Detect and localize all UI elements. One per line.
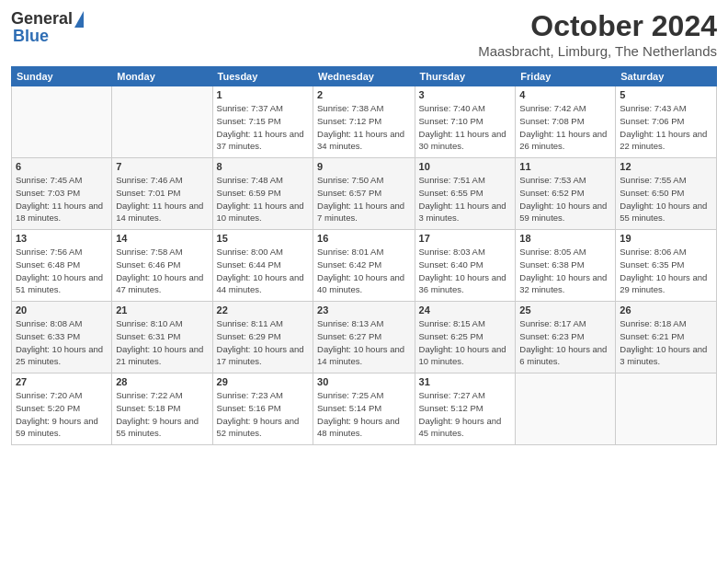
table-row: 28Sunrise: 7:22 AM Sunset: 5:18 PM Dayli… [112,373,212,445]
col-thursday: Thursday [415,67,516,86]
day-number: 12 [620,161,712,172]
day-number: 22 [217,304,309,316]
day-number: 13 [16,233,108,244]
day-detail: Sunrise: 8:17 AM Sunset: 6:23 PM Dayligh… [519,317,611,368]
table-row: 31Sunrise: 7:27 AM Sunset: 5:12 PM Dayli… [415,373,516,445]
table-row: 21Sunrise: 8:10 AM Sunset: 6:31 PM Dayli… [112,302,212,373]
day-detail: Sunrise: 7:45 AM Sunset: 7:03 PM Dayligh… [16,174,108,224]
day-detail: Sunrise: 7:43 AM Sunset: 7:06 PM Dayligh… [620,102,712,153]
table-row: 3Sunrise: 7:40 AM Sunset: 7:10 PM Daylig… [415,86,516,158]
col-sunday: Sunday [12,67,112,86]
day-detail: Sunrise: 8:10 AM Sunset: 6:31 PM Dayligh… [116,317,208,368]
day-detail: Sunrise: 7:40 AM Sunset: 7:10 PM Dayligh… [419,102,512,153]
table-row: 15Sunrise: 8:00 AM Sunset: 6:44 PM Dayli… [212,230,313,302]
table-row: 12Sunrise: 7:55 AM Sunset: 6:50 PM Dayli… [616,158,717,230]
table-row [112,86,212,158]
day-detail: Sunrise: 7:55 AM Sunset: 6:50 PM Dayligh… [620,174,712,224]
table-row: 17Sunrise: 8:03 AM Sunset: 6:40 PM Dayli… [415,230,516,302]
day-detail: Sunrise: 7:51 AM Sunset: 6:55 PM Dayligh… [419,174,512,224]
table-row: 26Sunrise: 8:18 AM Sunset: 6:21 PM Dayli… [616,302,717,373]
logo-arrow-icon [74,11,84,28]
table-row: 24Sunrise: 8:15 AM Sunset: 6:25 PM Dayli… [415,302,516,373]
day-number: 29 [217,376,309,387]
logo-general-text: General [11,9,73,29]
day-number: 15 [217,233,309,244]
table-row [12,86,112,158]
day-number: 9 [317,161,411,172]
day-number: 25 [519,304,611,316]
table-row: 14Sunrise: 7:58 AM Sunset: 6:46 PM Dayli… [112,230,212,302]
table-row: 30Sunrise: 7:25 AM Sunset: 5:14 PM Dayli… [313,373,415,445]
day-number: 5 [620,89,712,100]
table-row: 23Sunrise: 8:13 AM Sunset: 6:27 PM Dayli… [313,302,415,373]
day-detail: Sunrise: 8:08 AM Sunset: 6:33 PM Dayligh… [16,317,108,368]
calendar-header-row: Sunday Monday Tuesday Wednesday Thursday… [12,67,717,86]
table-row: 1Sunrise: 7:37 AM Sunset: 7:15 PM Daylig… [212,86,313,158]
day-detail: Sunrise: 7:46 AM Sunset: 7:01 PM Dayligh… [116,174,208,224]
day-number: 8 [217,161,309,172]
day-number: 31 [419,376,512,387]
day-number: 4 [519,89,611,100]
table-row: 20Sunrise: 8:08 AM Sunset: 6:33 PM Dayli… [12,302,112,373]
calendar-week-row: 6Sunrise: 7:45 AM Sunset: 7:03 PM Daylig… [12,158,717,230]
page: General Blue October 2024 Maasbracht, Li… [0,0,728,563]
table-row: 13Sunrise: 7:56 AM Sunset: 6:48 PM Dayli… [12,230,112,302]
day-detail: Sunrise: 8:03 AM Sunset: 6:40 PM Dayligh… [419,246,512,296]
calendar-week-row: 27Sunrise: 7:20 AM Sunset: 5:20 PM Dayli… [12,373,717,445]
day-detail: Sunrise: 7:27 AM Sunset: 5:12 PM Dayligh… [419,389,512,440]
table-row: 2Sunrise: 7:38 AM Sunset: 7:12 PM Daylig… [313,86,415,158]
calendar-week-row: 1Sunrise: 7:37 AM Sunset: 7:15 PM Daylig… [12,86,717,158]
day-detail: Sunrise: 7:50 AM Sunset: 6:57 PM Dayligh… [317,174,411,224]
day-number: 26 [620,304,712,316]
day-number: 20 [16,304,108,316]
table-row: 8Sunrise: 7:48 AM Sunset: 6:59 PM Daylig… [212,158,313,230]
calendar-week-row: 20Sunrise: 8:08 AM Sunset: 6:33 PM Dayli… [12,302,717,373]
calendar-week-row: 13Sunrise: 7:56 AM Sunset: 6:48 PM Dayli… [12,230,717,302]
day-number: 14 [116,233,208,244]
day-detail: Sunrise: 7:20 AM Sunset: 5:20 PM Dayligh… [16,389,108,440]
day-detail: Sunrise: 7:38 AM Sunset: 7:12 PM Dayligh… [317,102,411,153]
day-number: 24 [419,304,512,316]
day-detail: Sunrise: 7:56 AM Sunset: 6:48 PM Dayligh… [16,246,108,296]
day-number: 7 [116,161,208,172]
day-detail: Sunrise: 7:58 AM Sunset: 6:46 PM Dayligh… [116,246,208,296]
day-number: 2 [317,89,411,100]
day-number: 10 [419,161,512,172]
day-detail: Sunrise: 8:11 AM Sunset: 6:29 PM Dayligh… [217,317,309,368]
table-row: 18Sunrise: 8:05 AM Sunset: 6:38 PM Dayli… [516,230,616,302]
day-number: 17 [419,233,512,244]
day-detail: Sunrise: 8:01 AM Sunset: 6:42 PM Dayligh… [317,246,411,296]
day-detail: Sunrise: 7:42 AM Sunset: 7:08 PM Dayligh… [519,102,611,153]
header: General Blue October 2024 Maasbracht, Li… [11,9,717,59]
day-detail: Sunrise: 7:22 AM Sunset: 5:18 PM Dayligh… [116,389,208,440]
day-detail: Sunrise: 8:00 AM Sunset: 6:44 PM Dayligh… [217,246,309,296]
day-detail: Sunrise: 8:05 AM Sunset: 6:38 PM Dayligh… [519,246,611,296]
col-saturday: Saturday [616,67,717,86]
title-section: October 2024 Maasbracht, Limburg, The Ne… [478,9,717,59]
day-detail: Sunrise: 7:23 AM Sunset: 5:16 PM Dayligh… [217,389,309,440]
calendar-table: Sunday Monday Tuesday Wednesday Thursday… [11,66,717,445]
main-title: October 2024 [478,9,717,43]
table-row: 9Sunrise: 7:50 AM Sunset: 6:57 PM Daylig… [313,158,415,230]
day-number: 21 [116,304,208,316]
day-detail: Sunrise: 8:06 AM Sunset: 6:35 PM Dayligh… [620,246,712,296]
table-row: 7Sunrise: 7:46 AM Sunset: 7:01 PM Daylig… [112,158,212,230]
day-number: 23 [317,304,411,316]
col-tuesday: Tuesday [212,67,313,86]
col-monday: Monday [112,67,212,86]
table-row: 29Sunrise: 7:23 AM Sunset: 5:16 PM Dayli… [212,373,313,445]
table-row [516,373,616,445]
day-detail: Sunrise: 7:53 AM Sunset: 6:52 PM Dayligh… [519,174,611,224]
table-row: 5Sunrise: 7:43 AM Sunset: 7:06 PM Daylig… [616,86,717,158]
day-number: 28 [116,376,208,387]
day-detail: Sunrise: 8:15 AM Sunset: 6:25 PM Dayligh… [419,317,512,368]
table-row: 16Sunrise: 8:01 AM Sunset: 6:42 PM Dayli… [313,230,415,302]
day-detail: Sunrise: 7:37 AM Sunset: 7:15 PM Dayligh… [217,102,309,153]
logo-blue-text: Blue [11,27,49,46]
day-detail: Sunrise: 7:48 AM Sunset: 6:59 PM Dayligh… [217,174,309,224]
day-number: 1 [217,89,309,100]
day-detail: Sunrise: 8:18 AM Sunset: 6:21 PM Dayligh… [620,317,712,368]
table-row: 27Sunrise: 7:20 AM Sunset: 5:20 PM Dayli… [12,373,112,445]
col-wednesday: Wednesday [313,67,415,86]
day-detail: Sunrise: 7:25 AM Sunset: 5:14 PM Dayligh… [317,389,411,440]
